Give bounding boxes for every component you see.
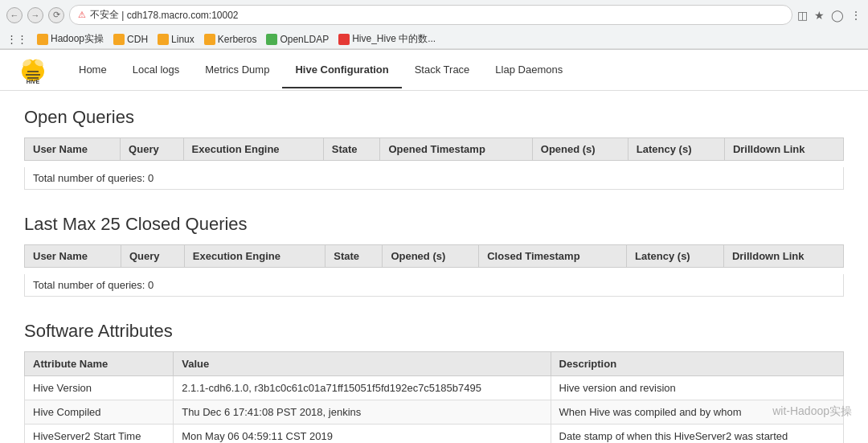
col-drilldown-link-c: Drilldown Link	[723, 245, 843, 268]
software-attributes-section: Software Attributes Attribute Name Value…	[24, 321, 844, 443]
bookmark-kerberos-icon	[204, 34, 215, 45]
bookmark-hive-icon	[338, 34, 350, 45]
closed-queries-header-row: User Name Query Execution Engine State O…	[25, 245, 844, 268]
nav-local-logs[interactable]: Local logs	[120, 52, 193, 88]
bookmark-linux[interactable]: Linux	[158, 34, 194, 45]
software-attributes-title: Software Attributes	[24, 321, 844, 342]
bookmark-hive-label: Hive_Hive 中的数...	[352, 32, 436, 46]
table-row: HiveServer2 Start Time Mon May 06 04:59:…	[25, 425, 844, 444]
bookmark-openldap[interactable]: OpenLDAP	[266, 34, 329, 45]
open-queries-header-row: User Name Query Execution Engine State O…	[25, 138, 844, 161]
attr-value: Thu Dec 6 17:41:08 PST 2018, jenkins	[174, 400, 551, 425]
bookmark-hive[interactable]: Hive_Hive 中的数...	[338, 32, 436, 46]
account-icon[interactable]: ◯	[831, 9, 844, 22]
browser-icons: ◫ ★ ◯ ⋮	[797, 9, 862, 22]
address-bar[interactable]: ⚠ 不安全 | cdh178.macro.com:10002	[69, 5, 792, 25]
col-state-c: State	[326, 245, 383, 268]
col-query-c: Query	[121, 245, 184, 268]
attr-value: 2.1.1-cdh6.1.0, r3b1c0c61c01a71ff15051f5…	[174, 376, 551, 400]
nav-home[interactable]: Home	[66, 52, 120, 88]
bookmarks-bar: ⋮⋮ Hadoop实操 CDH Linux Kerberos OpenLDAP …	[0, 30, 868, 49]
col-attribute-name: Attribute Name	[25, 352, 174, 376]
nav-hive-configuration[interactable]: Hive Configuration	[282, 52, 401, 88]
software-attributes-table: Attribute Name Value Description Hive Ve…	[24, 351, 844, 443]
url-separator: |	[119, 10, 127, 21]
col-execution-engine: Execution Engine	[183, 138, 323, 161]
nav-links: Home Local logs Metrics Dump Hive Config…	[66, 52, 575, 88]
closed-queries-table: User Name Query Execution Engine State O…	[24, 244, 844, 268]
bookmark-hadoop[interactable]: Hadoop实操	[37, 32, 104, 46]
back-button[interactable]: ←	[6, 7, 23, 23]
extensions-icon[interactable]: ◫	[797, 9, 808, 22]
url-text: cdh178.macro.com:10002	[127, 10, 239, 21]
col-drilldown-link: Drilldown Link	[724, 138, 843, 161]
nav-llap-daemons[interactable]: Llap Daemons	[482, 52, 575, 88]
col-latency-s-c: Latency (s)	[627, 245, 724, 268]
col-description: Description	[551, 352, 843, 376]
svg-text:HIVE: HIVE	[27, 79, 40, 84]
page-container: HIVE Home Local logs Metrics Dump Hive C…	[0, 50, 868, 443]
bookmark-kerberos-label: Kerberos	[218, 34, 257, 45]
bookmark-openldap-icon	[266, 34, 277, 45]
table-row: Hive Version 2.1.1-cdh6.1.0, r3b1c0c61c0…	[25, 376, 844, 400]
col-user-name: User Name	[25, 138, 121, 161]
attr-name: Hive Compiled	[25, 400, 174, 425]
bookmark-icon[interactable]: ★	[814, 9, 825, 22]
refresh-button[interactable]: ⟳	[48, 7, 64, 23]
page-content: Open Queries User Name Query Execution E…	[0, 91, 868, 443]
col-latency-s: Latency (s)	[628, 138, 724, 161]
bookmark-linux-label: Linux	[171, 34, 194, 45]
open-queries-title: Open Queries	[24, 107, 844, 128]
open-queries-total: Total number of queries: 0	[24, 167, 844, 190]
attr-description: Hive version and revision	[551, 376, 843, 400]
closed-queries-title: Last Max 25 Closed Queries	[24, 214, 844, 235]
hive-logo: HIVE	[13, 50, 53, 90]
attr-description: When Hive was compiled and by whom	[551, 400, 843, 425]
browser-chrome: ← → ⟳ ⚠ 不安全 | cdh178.macro.com:10002 ◫ ★…	[0, 0, 868, 50]
bookmark-cdh-label: CDH	[127, 34, 148, 45]
attr-name: HiveServer2 Start Time	[25, 425, 174, 444]
bookmark-cdh[interactable]: CDH	[113, 34, 148, 45]
hive-logo-svg: HIVE	[17, 54, 49, 86]
col-query: Query	[121, 138, 183, 161]
col-opened-timestamp: Opened Timestamp	[380, 138, 532, 161]
attr-description: Date stamp of when this HiveServer2 was …	[551, 425, 843, 444]
bookmark-openldap-label: OpenLDAP	[280, 34, 329, 45]
col-execution-engine-c: Execution Engine	[184, 245, 325, 268]
nav-stack-trace[interactable]: Stack Trace	[402, 52, 483, 88]
col-user-name-c: User Name	[25, 245, 121, 268]
menu-icon[interactable]: ⋮	[850, 9, 862, 22]
apps-icon[interactable]: ⋮⋮	[6, 33, 27, 45]
col-opened-s: Opened (s)	[532, 138, 628, 161]
closed-queries-section: Last Max 25 Closed Queries User Name Que…	[24, 214, 844, 297]
attr-name: Hive Version	[25, 376, 174, 400]
bookmark-kerberos[interactable]: Kerberos	[204, 34, 257, 45]
bookmark-cdh-icon	[113, 34, 125, 45]
security-label: 不安全	[90, 8, 119, 22]
col-closed-timestamp: Closed Timestamp	[479, 245, 627, 268]
security-icon: ⚠	[78, 10, 86, 20]
nav-metrics-dump[interactable]: Metrics Dump	[192, 52, 282, 88]
col-state: State	[323, 138, 380, 161]
col-value: Value	[174, 352, 551, 376]
open-queries-section: Open Queries User Name Query Execution E…	[24, 107, 844, 190]
open-queries-table: User Name Query Execution Engine State O…	[24, 137, 844, 161]
attr-header-row: Attribute Name Value Description	[25, 352, 844, 376]
bookmark-linux-icon	[158, 34, 169, 45]
closed-queries-total: Total number of queries: 0	[24, 274, 844, 297]
attr-value: Mon May 06 04:59:11 CST 2019	[174, 425, 551, 444]
col-opened-s-c: Opened (s)	[383, 245, 479, 268]
forward-button[interactable]: →	[27, 7, 43, 23]
bookmark-hadoop-icon	[37, 34, 48, 45]
table-row: Hive Compiled Thu Dec 6 17:41:08 PST 201…	[25, 400, 844, 425]
browser-toolbar: ← → ⟳ ⚠ 不安全 | cdh178.macro.com:10002 ◫ ★…	[0, 0, 868, 30]
nav-bar: HIVE Home Local logs Metrics Dump Hive C…	[0, 50, 868, 91]
bookmark-hadoop-label: Hadoop实操	[51, 32, 104, 46]
